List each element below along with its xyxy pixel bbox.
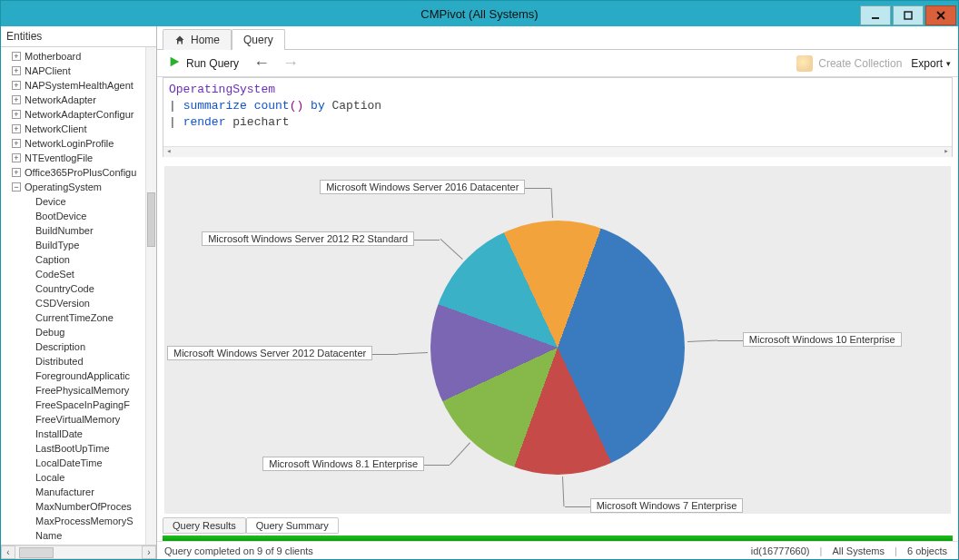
- tree-child-item[interactable]: Distributed: [5, 354, 156, 368]
- tree-child-item[interactable]: Name: [5, 528, 156, 543]
- tree-child-item[interactable]: Device: [5, 194, 156, 209]
- maximize-button[interactable]: [893, 5, 924, 25]
- top-tabs: Home Query: [157, 26, 958, 50]
- app-window: CMPivot (All Systems) Entities +Motherbo…: [0, 0, 959, 560]
- tree-child-item[interactable]: Locale: [5, 470, 156, 485]
- tree-child-item[interactable]: CountryCode: [5, 281, 156, 296]
- tree-item[interactable]: +NetworkAdapterConfigur: [5, 107, 156, 122]
- query-token: |: [169, 115, 176, 129]
- chart-label: Microsoft Windows 10 Enterprise: [743, 332, 902, 347]
- nav-back-button[interactable]: ←: [252, 54, 272, 73]
- tree-child-item[interactable]: InstallDate: [5, 427, 156, 441]
- tree-item-label: Office365ProPlusConfigu: [25, 167, 136, 178]
- svg-rect-1: [905, 12, 912, 19]
- tree-item[interactable]: +NTEventlogFile: [5, 151, 156, 165]
- collapse-icon[interactable]: −: [12, 182, 21, 192]
- tree-child-item[interactable]: MaxNumberOfProces: [5, 499, 156, 514]
- window-buttons: [860, 3, 958, 25]
- expand-icon[interactable]: +: [12, 110, 21, 119]
- tree-item-label: MaxNumberOfProces: [35, 501, 132, 512]
- sidebar-vertical-scrollbar[interactable]: [145, 47, 156, 545]
- tree-child-item[interactable]: BootDevice: [5, 209, 156, 223]
- tab-query[interactable]: Query: [232, 29, 285, 50]
- create-collection-button[interactable]: Create Collection: [796, 55, 902, 72]
- status-id: id(16777660): [747, 545, 814, 556]
- tree-item-label: InstallDate: [35, 428, 83, 439]
- client-area: Entities +Motherboard+NAPClient+NAPSyste…: [1, 26, 958, 559]
- tree-item-operatingsystem[interactable]: −OperatingSystem: [5, 180, 156, 194]
- tree-child-item[interactable]: LocalDateTime: [5, 456, 156, 470]
- tree-item[interactable]: +NetworkClient: [5, 122, 156, 136]
- scroll-right-button[interactable]: ›: [142, 545, 156, 559]
- status-scope: All Systems: [829, 545, 888, 556]
- run-query-button[interactable]: Run Query: [164, 54, 242, 73]
- tree-child-item[interactable]: FreeSpaceInPagingF: [5, 398, 156, 412]
- tree-item-label: OperatingSystem: [25, 182, 102, 192]
- expand-icon[interactable]: +: [12, 168, 21, 177]
- sidebar-horizontal-scrollbar[interactable]: ‹ ›: [1, 545, 156, 559]
- tree-item[interactable]: +NetworkAdapter: [5, 93, 156, 107]
- collection-icon: [796, 55, 813, 72]
- tree-item-label: NTEventlogFile: [25, 152, 93, 163]
- scroll-right-icon[interactable]: ▸: [941, 146, 952, 157]
- nav-forward-button[interactable]: →: [281, 54, 301, 73]
- tree-item[interactable]: +NetworkLoginProfile: [5, 136, 156, 151]
- tree-child-item[interactable]: Debug: [5, 325, 156, 339]
- svg-marker-4: [171, 57, 180, 67]
- query-editor[interactable]: OperatingSystem | summarize count() by C…: [163, 77, 953, 157]
- tree-item-label: Locale: [35, 472, 64, 483]
- expand-icon[interactable]: +: [12, 153, 21, 162]
- close-button[interactable]: [925, 5, 956, 25]
- tree-item-label: Caption: [35, 254, 70, 265]
- entity-tree[interactable]: +Motherboard+NAPClient+NAPSystemHealthAg…: [1, 47, 156, 545]
- tree-item[interactable]: +Motherboard: [5, 49, 156, 64]
- tree-child-item[interactable]: Description: [5, 339, 156, 354]
- status-message: Query completed on 9 of 9 clients: [164, 545, 313, 556]
- pie-chart: [430, 221, 685, 475]
- minimize-button[interactable]: [860, 5, 891, 25]
- tab-query-summary[interactable]: Query Summary: [246, 517, 339, 534]
- tree-child-item[interactable]: FreePhysicalMemory: [5, 383, 156, 398]
- tree-item-label: CodeSet: [35, 269, 74, 280]
- expand-icon[interactable]: +: [12, 81, 21, 90]
- tab-home-label: Home: [191, 34, 220, 46]
- tree-child-item[interactable]: LastBootUpTime: [5, 441, 156, 456]
- tree-item-label: Motherboard: [25, 51, 81, 62]
- run-query-label: Run Query: [186, 57, 239, 70]
- scroll-left-icon[interactable]: ◂: [163, 146, 174, 157]
- tree-child-item[interactable]: CSDVersion: [5, 296, 156, 310]
- scroll-left-button[interactable]: ‹: [1, 545, 15, 559]
- chart-label: Microsoft Windows 8.1 Enterprise: [262, 457, 424, 471]
- tree-item[interactable]: +Office365ProPlusConfigu: [5, 165, 156, 180]
- tree-item-label: Device: [35, 196, 66, 207]
- tree-item-label: NetworkClient: [25, 123, 86, 134]
- tree-child-item[interactable]: CurrentTimeZone: [5, 310, 156, 325]
- expand-icon[interactable]: +: [12, 66, 21, 75]
- expand-icon[interactable]: +: [12, 139, 21, 148]
- query-token: OperatingSystem: [169, 83, 275, 96]
- tree-child-item[interactable]: Caption: [5, 252, 156, 267]
- tree-item[interactable]: +NAPClient: [5, 64, 156, 78]
- tree-child-item[interactable]: Manufacturer: [5, 485, 156, 499]
- tree-child-item[interactable]: BuildNumber: [5, 223, 156, 238]
- query-token: Caption: [332, 99, 382, 113]
- tree-item-label: FreeSpaceInPagingF: [35, 399, 130, 410]
- expand-icon[interactable]: +: [12, 52, 21, 61]
- expand-icon[interactable]: +: [12, 95, 21, 104]
- tree-item[interactable]: +NAPSystemHealthAgent: [5, 78, 156, 93]
- tree-item-label: NetworkAdapter: [25, 94, 96, 105]
- expand-icon[interactable]: +: [12, 124, 21, 133]
- status-right: id(16777660) | All Systems | 6 objects: [747, 545, 951, 556]
- tab-query-results[interactable]: Query Results: [163, 517, 246, 534]
- editor-horizontal-scrollbar[interactable]: ◂ ▸: [163, 146, 952, 157]
- tree-child-item[interactable]: FreeVirtualMemory: [5, 412, 156, 427]
- tree-item-label: LastBootUpTime: [35, 443, 110, 454]
- entities-sidebar: Entities +Motherboard+NAPClient+NAPSyste…: [1, 26, 157, 559]
- tree-child-item[interactable]: MaxProcessMemoryS: [5, 514, 156, 528]
- export-button[interactable]: Export ▾: [911, 57, 951, 70]
- tab-home[interactable]: Home: [163, 29, 232, 50]
- tree-child-item[interactable]: BuildType: [5, 238, 156, 252]
- tree-child-item[interactable]: CodeSet: [5, 267, 156, 281]
- tree-child-item[interactable]: ForegroundApplicatic: [5, 368, 156, 383]
- tree-item-label: NetworkAdapterConfigur: [25, 109, 133, 120]
